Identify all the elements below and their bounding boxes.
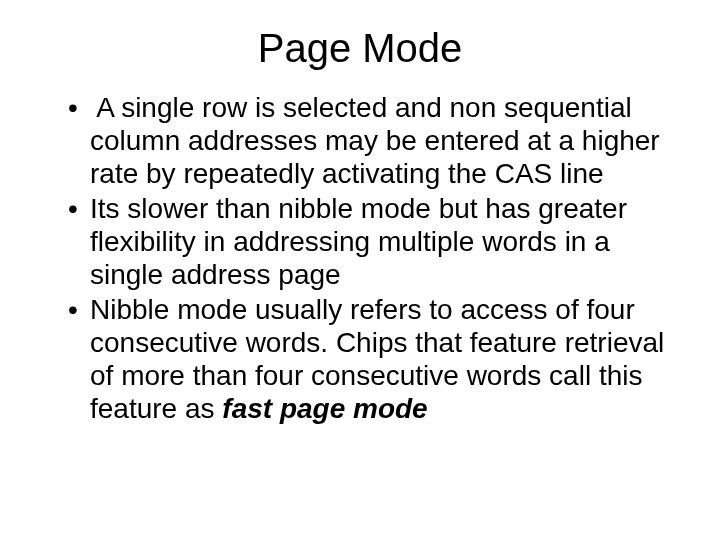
- list-item: Nibble mode usually refers to access of …: [50, 293, 670, 425]
- bullet-list: A single row is selected and non sequent…: [50, 91, 670, 425]
- list-item: A single row is selected and non sequent…: [50, 91, 670, 190]
- emphasis-text: fast page mode: [222, 393, 427, 424]
- list-item: Its slower than nibble mode but has grea…: [50, 192, 670, 291]
- page-title: Page Mode: [50, 26, 670, 71]
